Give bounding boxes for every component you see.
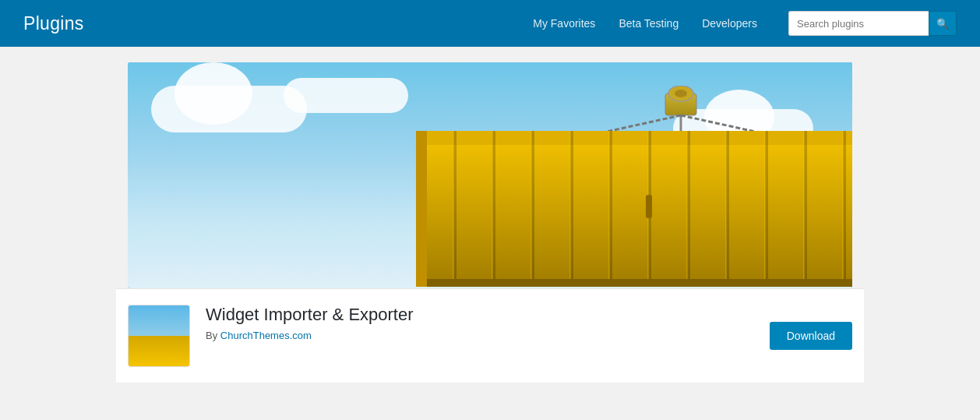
plugin-thumbnail	[128, 305, 190, 367]
plugin-info-row: Widget Importer & Exporter By ChurchThem…	[116, 288, 864, 383]
search-form: 🔍	[788, 11, 957, 36]
main-content: Widget Importer & Exporter By ChurchThem…	[116, 47, 864, 406]
svg-rect-31	[416, 131, 427, 287]
shipping-container-illustration	[354, 86, 852, 288]
svg-rect-33	[646, 195, 652, 218]
nav-my-favorites[interactable]: My Favorites	[533, 17, 595, 30]
plugin-author-line: By ChurchThemes.com	[206, 330, 754, 341]
search-icon: 🔍	[936, 18, 949, 30]
plugin-banner-image	[128, 62, 852, 288]
main-nav: My Favorites Beta Testing Developers 🔍	[533, 11, 957, 36]
download-button[interactable]: Download	[770, 322, 852, 350]
site-header: Plugins My Favorites Beta Testing Develo…	[0, 0, 980, 47]
svg-line-5	[603, 115, 681, 132]
plugin-details: Widget Importer & Exporter By ChurchThem…	[206, 305, 754, 341]
nav-beta-testing[interactable]: Beta Testing	[619, 17, 679, 30]
page-title: Plugins	[23, 13, 84, 34]
svg-rect-7	[416, 131, 852, 145]
author-prefix: By	[206, 330, 220, 341]
svg-rect-6	[416, 131, 852, 287]
svg-line-4	[681, 115, 759, 132]
search-input[interactable]	[788, 11, 929, 36]
plugin-author-link[interactable]: ChurchThemes.com	[220, 330, 312, 341]
nav-developers[interactable]: Developers	[702, 17, 757, 30]
svg-point-3	[675, 90, 687, 97]
svg-rect-30	[416, 279, 852, 287]
plugin-title: Widget Importer & Exporter	[206, 305, 754, 325]
search-button[interactable]: 🔍	[929, 11, 957, 36]
